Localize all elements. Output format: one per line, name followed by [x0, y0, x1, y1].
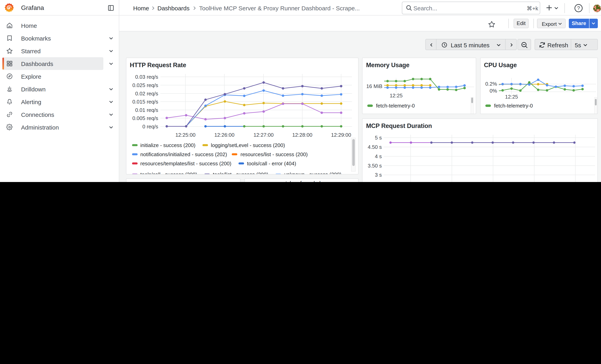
svg-text:2.50 s: 2.50 s: [368, 181, 382, 182]
svg-text:?: ?: [577, 5, 580, 11]
svg-text:16 MiB: 16 MiB: [366, 83, 382, 89]
svg-text:0.025 req/s: 0.025 req/s: [132, 82, 158, 88]
svg-text:12:25: 12:25: [390, 92, 403, 98]
svg-text:5 s: 5 s: [375, 135, 382, 140]
svg-text:resources/list - success (200): resources/list - success (200): [240, 151, 308, 157]
svg-text:12:25:00: 12:25:00: [175, 132, 195, 138]
svg-text:tools/list - success (200): tools/list - success (200): [213, 171, 268, 175]
svg-text:0.005 req/s: 0.005 req/s: [132, 115, 158, 121]
svg-text:3.50 s: 3.50 s: [368, 163, 382, 168]
svg-text:tools/call - success (200): tools/call - success (200): [140, 171, 197, 175]
svg-text:12:27:00: 12:27:00: [253, 132, 273, 138]
svg-text:12:29:00: 12:29:00: [331, 132, 351, 138]
svg-text:initialize - success (200): initialize - success (200): [140, 142, 195, 148]
svg-text:4.50 s: 4.50 s: [368, 144, 382, 150]
svg-text:0.015 req/s: 0.015 req/s: [132, 98, 158, 105]
svg-text:12:25: 12:25: [505, 94, 518, 100]
svg-text:0.02 req/s: 0.02 req/s: [135, 90, 158, 96]
svg-text:fetch-telemetry-0: fetch-telemetry-0: [494, 103, 533, 108]
svg-text:tools/call - error (404): tools/call - error (404): [247, 160, 296, 166]
svg-text:0 req/s: 0 req/s: [142, 123, 158, 129]
svg-text:notifications/initialized - su: notifications/initialized - success (202…: [140, 151, 227, 157]
svg-text:12:28:00: 12:28:00: [292, 132, 312, 138]
svg-text:0.01 req/s: 0.01 req/s: [135, 107, 158, 113]
svg-text:0.03 req/s: 0.03 req/s: [135, 74, 158, 80]
svg-text:logging/setLevel - success (20: logging/setLevel - success (200): [211, 142, 285, 148]
svg-text:12:26:00: 12:26:00: [214, 132, 234, 138]
svg-text:unknown - success (200): unknown - success (200): [284, 171, 341, 175]
svg-text:3 s: 3 s: [375, 172, 382, 178]
svg-text:resources/templates/list - suc: resources/templates/list - success (200): [140, 160, 231, 166]
svg-text:0%: 0%: [489, 88, 497, 94]
svg-text:fetch-telemetry-0: fetch-telemetry-0: [376, 103, 415, 108]
svg-text:0.2%: 0.2%: [485, 81, 497, 87]
svg-text:4 s: 4 s: [375, 153, 382, 159]
